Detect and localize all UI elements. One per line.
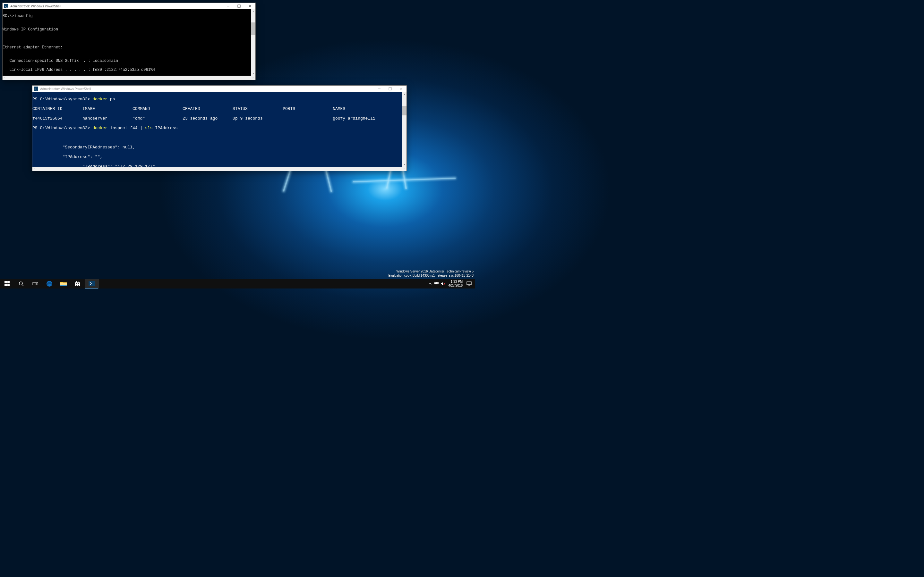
terminal-line: Windows IP Configuration <box>3 27 255 32</box>
horizontal-scrollbar[interactable]: ◂ ▸ <box>3 76 255 80</box>
svg-rect-10 <box>5 284 7 286</box>
taskbar-spacer <box>99 279 427 288</box>
scroll-track[interactable] <box>7 76 251 80</box>
minimize-button[interactable] <box>223 3 234 9</box>
svg-rect-23 <box>78 285 79 285</box>
terminal-body[interactable]: RC:\>ipconfig Windows IP Configuration E… <box>3 9 255 80</box>
powershell-icon: >_ <box>4 4 8 8</box>
svg-rect-9 <box>7 281 10 284</box>
maximize-button[interactable] <box>234 3 244 9</box>
window-title: Administrator: Windows PowerShell <box>10 5 223 8</box>
terminal-line: "IPAddress": "", <box>32 155 407 159</box>
minimize-button[interactable] <box>374 85 384 92</box>
taskbar-app-file-explorer[interactable] <box>57 279 71 288</box>
terminal-line: CONTAINER ID IMAGE COMMAND CREATED STATU… <box>32 106 407 111</box>
scroll-thumb[interactable] <box>402 106 407 115</box>
close-button[interactable] <box>244 3 255 9</box>
scroll-right-icon[interactable]: ▸ <box>251 76 255 80</box>
start-button[interactable] <box>0 279 14 288</box>
svg-rect-5 <box>389 87 391 90</box>
scroll-down-icon[interactable]: ▾ <box>251 71 255 76</box>
close-button[interactable] <box>396 85 407 92</box>
svg-rect-11 <box>7 284 10 286</box>
scroll-left-icon[interactable]: ◂ <box>3 76 7 80</box>
powershell-window-docker[interactable]: >_ Administrator: Windows PowerShell PS … <box>32 85 407 171</box>
clock-date: 4/27/2016 <box>449 284 463 287</box>
action-center-button[interactable] <box>465 279 473 288</box>
terminal-line: Connection-specific DNS Suffix . : local… <box>3 59 255 63</box>
scroll-track[interactable] <box>251 13 255 71</box>
svg-rect-8 <box>5 281 7 284</box>
terminal-line <box>32 135 407 140</box>
taskbar-app-store[interactable] <box>71 279 85 288</box>
terminal-line: PS C:\Windows\system32> docker inspect f… <box>32 126 407 131</box>
svg-rect-14 <box>33 282 36 285</box>
system-tray[interactable] <box>427 279 447 288</box>
taskbar-app-powershell[interactable] <box>85 279 99 288</box>
terminal-body[interactable]: PS C:\Windows\system32> docker ps CONTAI… <box>32 92 407 171</box>
watermark-line: Windows Server 2016 Datacenter Technical… <box>388 269 473 274</box>
watermark-line: Evaluation copy. Build 14300.rs1_release… <box>388 274 473 277</box>
terminal-line: "SecondaryIPAddresses": null, <box>32 145 407 150</box>
svg-rect-22 <box>76 285 78 285</box>
titlebar[interactable]: >_ Administrator: Windows PowerShell <box>3 3 255 9</box>
horizontal-scrollbar[interactable]: ◂ ▸ <box>32 167 407 171</box>
svg-point-12 <box>19 282 23 285</box>
task-view-button[interactable] <box>28 279 42 288</box>
svg-rect-27 <box>435 285 438 285</box>
maximize-button[interactable] <box>384 85 396 92</box>
scroll-track[interactable] <box>402 96 407 163</box>
scroll-down-icon[interactable]: ▾ <box>402 163 407 167</box>
svg-rect-18 <box>60 285 67 286</box>
desktop-watermark: Windows Server 2016 Datacenter Technical… <box>388 269 473 277</box>
volume-muted-icon[interactable] <box>441 282 445 286</box>
terminal-line: PS C:\Windows\system32> docker ps <box>32 97 407 102</box>
terminal-line: RC:\>ipconfig <box>3 14 255 18</box>
scroll-up-icon[interactable]: ▴ <box>402 92 407 96</box>
tray-overflow-icon[interactable] <box>428 282 433 286</box>
window-title: Administrator: Windows PowerShell <box>39 87 374 91</box>
search-button[interactable] <box>14 279 28 288</box>
svg-rect-20 <box>76 284 78 284</box>
scroll-thumb[interactable] <box>251 23 255 35</box>
network-icon[interactable] <box>435 282 439 286</box>
taskbar-app-edge[interactable] <box>42 279 57 288</box>
svg-rect-30 <box>467 282 471 285</box>
svg-rect-21 <box>78 284 79 284</box>
show-desktop-strip[interactable] <box>473 279 475 288</box>
vertical-scrollbar[interactable]: ▴ ▾ <box>402 92 407 167</box>
scroll-right-icon[interactable]: ▸ <box>402 167 407 171</box>
svg-rect-19 <box>75 282 80 286</box>
scroll-left-icon[interactable]: ◂ <box>32 167 37 171</box>
powershell-icon: >_ <box>34 87 38 91</box>
terminal-line: Link-local IPv6 Address . . . . . : fe80… <box>3 68 255 72</box>
terminal-line: f44615f26064 nanoserver "cmd" 23 seconds… <box>32 116 407 121</box>
titlebar[interactable]: >_ Administrator: Windows PowerShell <box>32 85 407 92</box>
svg-line-13 <box>22 285 23 286</box>
scroll-up-icon[interactable]: ▴ <box>251 9 255 13</box>
svg-rect-15 <box>37 282 38 285</box>
clock-time: 1:33 PM <box>449 280 463 284</box>
vertical-scrollbar[interactable]: ▴ ▾ <box>251 9 255 76</box>
taskbar-clock[interactable]: 1:33 PM 4/27/2016 <box>447 279 465 288</box>
powershell-window-ipconfig[interactable]: >_ Administrator: Windows PowerShell RC:… <box>2 3 256 80</box>
scroll-track[interactable] <box>37 167 402 171</box>
terminal-line: Ethernet adapter Ethernet: <box>3 45 255 50</box>
svg-rect-26 <box>436 282 439 284</box>
svg-rect-1 <box>238 5 240 7</box>
taskbar[interactable]: 1:33 PM 4/27/2016 <box>0 279 475 288</box>
